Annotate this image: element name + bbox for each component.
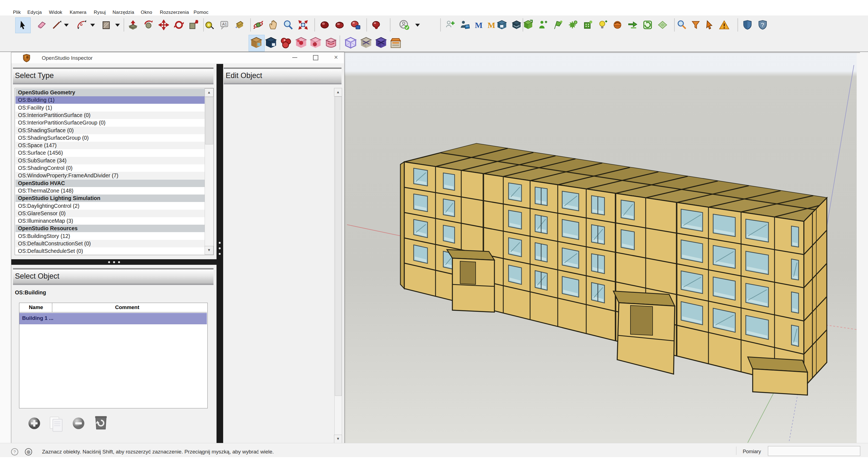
svg-text:M: M	[488, 21, 495, 30]
svg-text:A1: A1	[222, 22, 227, 26]
svg-text:M: M	[475, 21, 483, 30]
svg-text:?: ?	[761, 22, 764, 28]
